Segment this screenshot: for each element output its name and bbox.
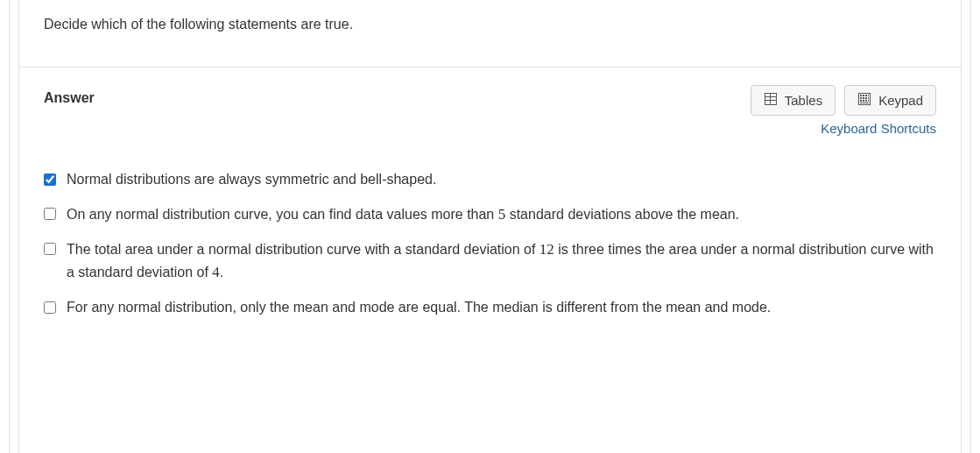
keypad-icon [857, 92, 871, 109]
option-checkbox-1[interactable] [44, 173, 56, 186]
option-text: For any normal distribution, only the me… [67, 300, 771, 315]
keyboard-shortcuts-link[interactable]: Keyboard Shortcuts [821, 121, 936, 136]
answer-heading: Answer [44, 85, 95, 106]
button-row: Tables Keypad [751, 85, 936, 116]
option-text: Normal distributions are always symmetri… [67, 172, 436, 187]
math-number: 12 [539, 241, 554, 258]
options-list: Normal distributions are always symmetri… [44, 169, 936, 319]
question-section: Decide which of the following statements… [19, 0, 961, 67]
answer-toolbar: Tables Keypad Keyboard Shortcuts [751, 85, 936, 136]
answer-section: Answer Tables Keyp [19, 67, 961, 356]
option-text: . [220, 265, 223, 280]
keypad-button-label: Keypad [878, 93, 923, 108]
keypad-button[interactable]: Keypad [844, 85, 936, 116]
option-label-3[interactable]: The total area under a normal distributi… [67, 238, 936, 285]
question-prompt: Decide which of the following statements… [44, 0, 936, 35]
math-number: 5 [498, 206, 506, 223]
page-container: Decide which of the following statements… [9, 0, 971, 453]
tables-button[interactable]: Tables [751, 85, 835, 116]
option-row: Normal distributions are always symmetri… [44, 169, 936, 191]
math-number: 4 [212, 264, 220, 280]
answer-header: Answer Tables Keyp [44, 85, 936, 136]
option-label-1[interactable]: Normal distributions are always symmetri… [67, 169, 436, 191]
option-label-4[interactable]: For any normal distribution, only the me… [67, 297, 771, 319]
option-row: On any normal distribution curve, you ca… [44, 203, 936, 226]
tables-button-label: Tables [785, 93, 822, 108]
option-row: The total area under a normal distributi… [44, 238, 936, 285]
option-checkbox-2[interactable] [44, 208, 56, 220]
option-text: On any normal distribution curve, you ca… [67, 207, 498, 222]
option-text: standard deviations above the mean. [505, 207, 739, 222]
option-label-2[interactable]: On any normal distribution curve, you ca… [67, 203, 739, 226]
option-checkbox-4[interactable] [44, 301, 56, 314]
option-checkbox-3[interactable] [44, 243, 56, 255]
table-icon [764, 92, 778, 109]
question-card: Decide which of the following statements… [18, 0, 962, 453]
option-row: For any normal distribution, only the me… [44, 297, 936, 319]
option-text: The total area under a normal distributi… [67, 242, 539, 257]
